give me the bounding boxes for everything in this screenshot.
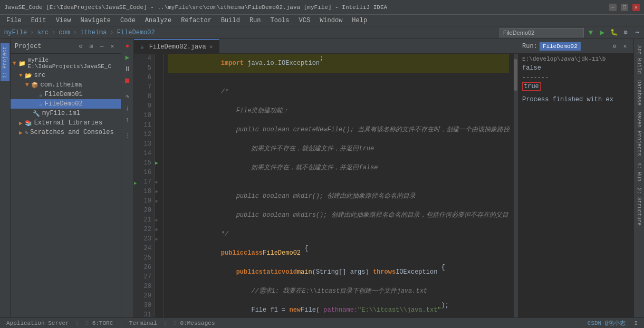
right-tab-database[interactable]: Database — [635, 78, 643, 108]
line-num-20: 20 — [137, 206, 151, 215]
run-close-icon[interactable]: ✕ — [621, 42, 629, 51]
stop-icon[interactable]: ⏹ — [123, 76, 132, 85]
tab-label-filedemo02: FileDemo02.java — [149, 43, 206, 51]
more-button[interactable]: ⋯ — [632, 28, 642, 37]
tree-item-myfile-iml[interactable]: 🔧 myFile.iml — [11, 109, 121, 118]
run-output-content: E:\develop\Java\jdk-11\b false ------- t… — [518, 54, 633, 317]
menu-view[interactable]: View — [52, 16, 75, 25]
line-num-31: 31 — [137, 310, 151, 317]
close-button[interactable]: ✕ — [632, 4, 640, 11]
status-app-server[interactable]: Application Server — [4, 320, 71, 326]
right-tab-run[interactable]: 4: Run — [635, 160, 643, 184]
menu-file[interactable]: File — [2, 16, 26, 25]
breadcrumb-filedemo02[interactable]: FileDemo02 — [117, 29, 155, 36]
menu-help[interactable]: Help — [348, 16, 371, 25]
menu-edit[interactable]: Edit — [27, 16, 51, 25]
expand-icon-myfile: ▼ — [13, 60, 16, 66]
breadcrumb-itheima[interactable]: itheima — [80, 29, 107, 36]
menu-code[interactable]: Code — [116, 16, 140, 25]
menu-build[interactable]: Build — [217, 16, 244, 25]
breadcrumb-com[interactable]: com — [59, 29, 70, 36]
tree-label-iml: myFile.iml — [42, 110, 80, 117]
frames-icon[interactable]: ⋮ — [123, 131, 132, 140]
tab-close-button[interactable]: ✕ — [209, 43, 213, 50]
run-button[interactable]: ▶ — [598, 28, 607, 37]
editor-tab-filedemo02[interactable]: ☕ FileDemo02.java ✕ — [134, 39, 219, 53]
search-input[interactable] — [499, 28, 584, 37]
menu-run[interactable]: Run — [245, 16, 265, 25]
tree-item-com-itheima[interactable]: ▼ 📦 com.itheima — [11, 80, 121, 90]
breadcrumb-src[interactable]: src — [37, 29, 49, 36]
minimize-button[interactable]: — — [609, 4, 617, 11]
line-num-13: 13 — [137, 139, 151, 149]
expand-icon-src: ▼ — [19, 72, 23, 79]
debug-button[interactable]: 🐛 — [609, 28, 619, 37]
step-out-icon[interactable]: ↑ — [123, 115, 132, 124]
right-tab-structure[interactable]: 2: Structure — [635, 186, 643, 228]
tree-item-scratches[interactable]: ▶ ✎ Scratches and Consoles — [11, 128, 121, 137]
maximize-button[interactable]: □ — [621, 4, 628, 11]
vertical-scrollbar[interactable] — [513, 54, 517, 317]
expand-icon-com: ▼ — [25, 82, 29, 88]
menu-tools[interactable]: Tools — [266, 16, 294, 25]
line-num-16: 16 — [137, 168, 151, 177]
breadcrumb-myfile[interactable]: myFile — [4, 29, 27, 36]
tree-item-src[interactable]: ▼ 📂 src — [11, 71, 121, 80]
pause-icon[interactable]: ⏸ — [123, 64, 132, 74]
run-path: E:\develop\Java\jdk-11\b — [522, 56, 629, 62]
close-panel-icon[interactable]: ✕ — [108, 42, 117, 51]
gutter: ▶ ⊕ ⊕ ⊕ ⊕ ⊕ ⊕ — [155, 54, 164, 317]
status-term2[interactable]: Terminal — [127, 320, 159, 326]
collapse-icon[interactable]: — — [98, 42, 106, 51]
line-num-5: 5 — [137, 63, 151, 73]
run-panel-header: Run: FileDemo02 ⚙ ✕ — [518, 39, 633, 54]
line-num-14: 14 — [137, 149, 151, 158]
tree-item-filedemo01[interactable]: ☕ FileDemo01 — [11, 90, 121, 99]
expand-icon[interactable]: ⊞ — [87, 42, 95, 51]
menu-analyze[interactable]: Analyze — [141, 16, 176, 25]
line-num-9: 9 — [137, 101, 151, 111]
run-to-cursor-icon[interactable]: ▶ — [123, 53, 132, 62]
run-settings-icon[interactable]: ⚙ — [610, 42, 619, 51]
menu-refactor[interactable]: Refactor — [177, 16, 216, 25]
run-process-text: Process finished with ex — [522, 96, 629, 103]
line-num-23: 23 — [137, 234, 151, 244]
toolbar-right: ▼ ▶ 🐛 ⚙ ⋯ — [497, 28, 644, 37]
status-line-col: I — [632, 320, 640, 326]
line-num-15: 15 — [137, 158, 151, 168]
run-config-dropdown[interactable]: ▼ — [586, 28, 595, 37]
menu-vcs[interactable]: VCS — [295, 16, 315, 25]
sidebar-tab-project[interactable]: 1: Project — [1, 43, 9, 81]
step-over-icon[interactable]: ↷ — [123, 92, 132, 101]
line-num-19: 19 — [137, 196, 151, 206]
run-dashes: ------- — [522, 74, 629, 81]
right-tab-maven[interactable]: Maven Projects — [635, 110, 643, 158]
code-line-4: import java.io.IOException; — [168, 54, 509, 73]
editor-area: ☕ FileDemo02.java ✕ 4 5 6 7 8 9 10 11 12… — [134, 39, 517, 317]
tree-item-external-libs[interactable]: ▶ 📚 External Libraries — [11, 118, 121, 128]
code-content[interactable]: import java.io.IOException; /* File类创建功能… — [164, 54, 513, 317]
status-messages[interactable]: ≡ 0:Messages — [171, 320, 217, 326]
tree-item-filedemo02[interactable]: ☕ FileDemo02 — [11, 99, 121, 109]
run-tab-filedemo02[interactable]: FileDemo02 — [540, 42, 581, 51]
step-into-icon[interactable]: ↓ — [123, 103, 132, 113]
coverage-button[interactable]: ⚙ — [621, 28, 630, 37]
menu-bar: File Edit View Navigate Code Analyze Ref… — [0, 15, 644, 26]
breakpoint-icon[interactable]: ● — [123, 41, 132, 51]
line-num-6: 6 — [137, 73, 151, 82]
scrollbar-thumb[interactable] — [514, 59, 517, 91]
run-false-text: false — [522, 64, 541, 72]
menu-navigate[interactable]: Navigate — [76, 16, 115, 25]
line-num-7: 7 — [137, 82, 151, 92]
run-gutter-15[interactable]: ▶ — [155, 160, 158, 166]
run-label: Run: — [522, 43, 537, 50]
tree-item-myfile[interactable]: ▼ 📁 myFile E:\IdeaProjects\JavaSE_C — [11, 56, 121, 71]
line-num-17: ▶17 — [137, 177, 151, 187]
right-tab-ant-build[interactable]: Ant Build — [635, 43, 643, 76]
line-num-4: 4 — [137, 54, 151, 63]
menu-window[interactable]: Window — [315, 16, 347, 25]
code-line-15: public class FileDemo02 { — [168, 244, 509, 263]
settings-icon[interactable]: ⚙ — [76, 42, 85, 51]
tree-label-filedemo01: FileDemo01 — [45, 91, 83, 98]
status-terminal[interactable]: ≡ 6:TORC — [83, 320, 115, 326]
